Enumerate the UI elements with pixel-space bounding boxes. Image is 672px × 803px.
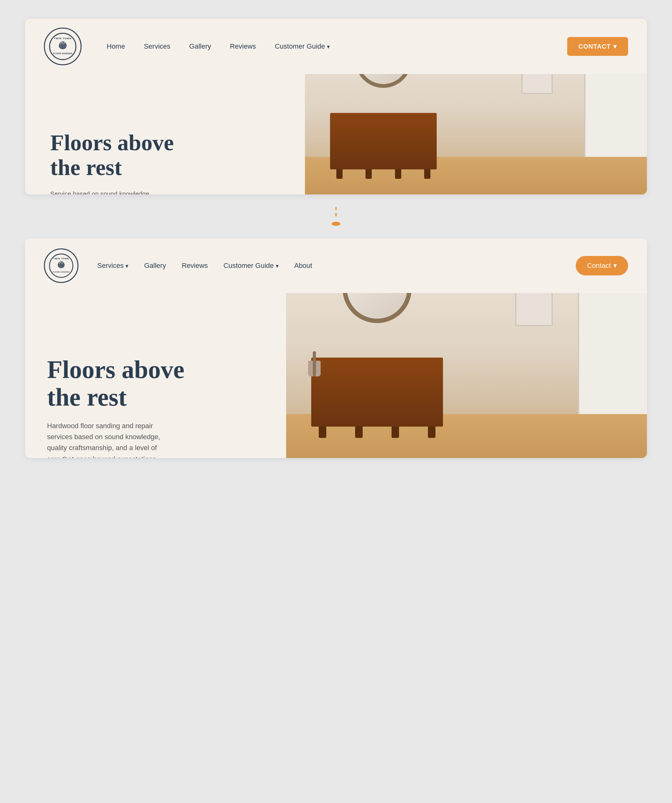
nav-item-gallery-top[interactable]: Gallery (189, 42, 211, 50)
dresser-legs-bottom (319, 427, 436, 438)
dresser-leg (366, 169, 372, 179)
nav-link-about-bottom[interactable]: About (294, 262, 312, 270)
logo-bottom[interactable]: TWIN TOWN FLOOR SANDING (44, 249, 78, 283)
logo-circle-top: TWIN TOWN FLOOR SANDING (44, 28, 81, 65)
navbar-bottom: TWIN TOWN FLOOR SANDING Services Gallery (25, 238, 647, 293)
contact-chevron-bottom: ▾ (613, 262, 617, 270)
nav-item-reviews-bottom[interactable]: Reviews (182, 262, 208, 270)
hero-title-line1-bottom: Floors above (47, 356, 184, 383)
plant-stem (313, 351, 316, 376)
nav-links-top: Home Services Gallery Reviews Customer G… (107, 42, 330, 50)
nav-link-gallery-top[interactable]: Gallery (189, 42, 211, 50)
logo-top[interactable]: TWIN TOWN FLOOR SANDING (44, 28, 81, 65)
dresser-leg-b (392, 427, 399, 438)
logo-svg-bottom: TWIN TOWN FLOOR SANDING (49, 253, 74, 278)
room-dresser-top (330, 113, 437, 169)
contact-label-top: CONTACT (579, 43, 611, 50)
hero-title-top: Floors above the rest (50, 130, 280, 180)
nav-item-customer-guide-bottom[interactable]: Customer Guide (223, 262, 278, 270)
nav-item-about-bottom[interactable]: About (294, 262, 312, 270)
room-plant-bottom (305, 339, 324, 376)
room-dresser-bottom (311, 358, 443, 427)
nav-link-gallery-bottom[interactable]: Gallery (144, 262, 166, 270)
hero-content-top: Floors above the rest Service based on s… (25, 74, 305, 195)
nav-link-home-top[interactable]: Home (107, 42, 125, 50)
nav-item-reviews-top[interactable]: Reviews (230, 42, 256, 50)
section-connector (25, 195, 647, 238)
connector-line (335, 207, 337, 219)
hero-title-bottom: Floors above the rest (47, 356, 264, 411)
top-section: TWIN TOWN FLOOR SANDING Home Services Ga… (25, 19, 647, 195)
customer-guide-label-top: Customer Guide (275, 42, 325, 50)
dresser-legs-top (336, 169, 430, 179)
services-chevron-bottom (125, 262, 128, 270)
nav-item-customer-guide-top[interactable]: Customer Guide (275, 42, 330, 50)
hero-title-line2-top: the rest (50, 155, 122, 180)
customer-guide-chevron-top (327, 42, 330, 50)
hero-description-top: Service based on sound knowledge, qualit… (50, 189, 163, 195)
services-label-bottom: Services (97, 262, 124, 270)
bottom-section: TWIN TOWN FLOOR SANDING Services Gallery (25, 238, 647, 458)
hero-content-bottom: Floors above the rest Hardwood floor san… (25, 293, 286, 458)
page-wrapper: TWIN TOWN FLOOR SANDING Home Services Ga… (0, 0, 672, 477)
contact-button-bottom[interactable]: Contact ▾ (576, 256, 628, 275)
svg-text:TWIN TOWN: TWIN TOWN (54, 37, 72, 40)
nav-link-customer-guide-top[interactable]: Customer Guide (275, 42, 330, 50)
nav-item-services-bottom[interactable]: Services (97, 262, 128, 270)
nav-links-bottom: Services Gallery Reviews Customer Guide (97, 262, 312, 270)
customer-guide-label-bottom: Customer Guide (223, 262, 273, 270)
nav-link-reviews-top[interactable]: Reviews (230, 42, 256, 50)
dresser-leg (395, 169, 401, 179)
svg-text:FLOOR SANDING: FLOOR SANDING (53, 271, 70, 273)
contact-chevron-top: ▾ (613, 43, 617, 50)
nav-link-services-bottom[interactable]: Services (97, 262, 128, 270)
logo-svg-top: TWIN TOWN FLOOR SANDING (49, 32, 77, 60)
contact-button-top[interactable]: CONTACT ▾ (567, 37, 628, 56)
contact-label-bottom: Contact (587, 262, 611, 270)
svg-text:FLOOR SANDING: FLOOR SANDING (53, 52, 72, 55)
hero-title-line2-bottom: the rest (47, 383, 127, 411)
hero-title-line1-top: Floors above (50, 130, 174, 155)
customer-guide-chevron-bottom (276, 262, 278, 270)
dresser-leg (424, 169, 430, 179)
dresser-leg (336, 169, 343, 179)
nav-item-home-top[interactable]: Home (107, 42, 125, 50)
nav-item-services-top[interactable]: Services (144, 42, 170, 50)
hero-description-bottom: Hardwood floor sanding and repair servic… (47, 420, 166, 458)
svg-text:TWIN TOWN: TWIN TOWN (53, 257, 69, 260)
dresser-leg-b (428, 427, 436, 438)
navbar-top: TWIN TOWN FLOOR SANDING Home Services Ga… (25, 19, 647, 74)
nav-link-customer-guide-bottom[interactable]: Customer Guide (223, 262, 278, 270)
logo-circle-bottom: TWIN TOWN FLOOR SANDING (44, 249, 78, 283)
nav-link-reviews-bottom[interactable]: Reviews (182, 262, 208, 270)
nav-link-services-top[interactable]: Services (144, 42, 170, 50)
dresser-leg-b (355, 427, 363, 438)
dresser-leg-b (319, 427, 326, 438)
connector-dot (332, 222, 340, 226)
nav-item-gallery-bottom[interactable]: Gallery (144, 262, 166, 270)
